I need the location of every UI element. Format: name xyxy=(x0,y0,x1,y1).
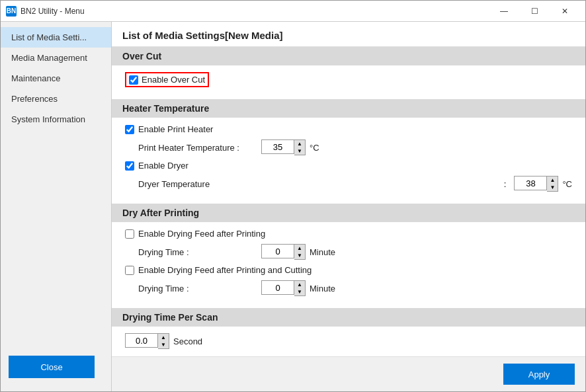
drying-time-per-scan-input[interactable] xyxy=(125,333,158,348)
drying-time-2-spinner-buttons: ▲ ▼ xyxy=(294,280,306,296)
drying-time-2-down[interactable]: ▼ xyxy=(294,288,305,295)
enable-drying-feed-label[interactable]: Enable Drying Feed after Printing xyxy=(138,229,265,239)
enable-drying-feed-cutting-label[interactable]: Enable Drying Feed after Printing and Cu… xyxy=(138,265,312,275)
enable-dryer-checkbox[interactable] xyxy=(125,161,134,171)
sidebar-label: Media Management xyxy=(11,53,87,63)
drying-time-1-row: Drying Time : ▲ ▼ Minute xyxy=(125,244,572,260)
dryer-temperature-up[interactable]: ▲ xyxy=(547,176,558,184)
dryer-temperature-input[interactable] xyxy=(514,176,547,190)
enable-print-heater-row: Enable Print Heater xyxy=(125,124,572,134)
drying-time-2-up[interactable]: ▲ xyxy=(294,281,305,288)
scrollable-content[interactable]: Over Cut Enable Over Cut Heater Temperat… xyxy=(112,47,585,356)
drying-time-per-scan-down[interactable]: ▼ xyxy=(158,341,169,348)
enable-over-cut-checkbox[interactable] xyxy=(129,75,138,85)
print-heater-temp-down[interactable]: ▼ xyxy=(294,147,305,155)
main-content: List of Media Setti... Media Management … xyxy=(1,22,585,391)
sidebar-item-maintenance[interactable]: Maintenance xyxy=(1,68,111,89)
enable-over-cut-label[interactable]: Enable Over Cut xyxy=(142,75,205,85)
dryer-temperature-label: Dryer Temperature xyxy=(138,179,257,189)
window-close-button[interactable]: ✕ xyxy=(550,1,580,22)
content-header: List of Media Settings[New Media] xyxy=(112,22,585,47)
enable-over-cut-outlined: Enable Over Cut xyxy=(125,72,209,87)
drying-time-per-scan-spinner: ▲ ▼ xyxy=(125,333,169,349)
print-heater-temp-spinner-buttons: ▲ ▼ xyxy=(294,139,306,155)
sidebar-item-media-management[interactable]: Media Management xyxy=(1,48,111,68)
drying-time-per-scan-row: ▲ ▼ Second xyxy=(125,333,572,349)
enable-drying-feed-cutting-checkbox[interactable] xyxy=(125,266,134,275)
sidebar-item-preferences[interactable]: Preferences xyxy=(1,89,111,109)
enable-drying-feed-row: Enable Drying Feed after Printing xyxy=(125,229,572,239)
enable-print-heater-checkbox[interactable] xyxy=(125,125,134,134)
drying-time-per-scan-up[interactable]: ▲ xyxy=(158,334,169,341)
drying-time-1-label: Drying Time : xyxy=(138,247,257,257)
drying-time-1-spinner-buttons: ▲ ▼ xyxy=(294,244,306,260)
minimize-button[interactable]: — xyxy=(489,1,519,22)
dryer-temperature-row: Dryer Temperature : ▲ ▼ °C xyxy=(125,176,572,192)
drying-time-per-scan-unit: Second xyxy=(173,336,202,346)
dryer-temperature-down[interactable]: ▼ xyxy=(547,184,558,191)
print-heater-temp-unit: °C xyxy=(310,143,319,153)
section-header-drying-time-per-scan: Drying Time Per Scan xyxy=(112,308,585,327)
title-bar-controls: — ☐ ✕ xyxy=(489,1,580,22)
sidebar-item-system-information[interactable]: System Information xyxy=(1,109,111,130)
drying-time-per-scan-spinner-buttons: ▲ ▼ xyxy=(158,333,169,349)
drying-time-1-unit: Minute xyxy=(310,247,335,257)
enable-drying-feed-cutting-row: Enable Drying Feed after Printing and Cu… xyxy=(125,265,572,275)
sidebar-item-list-of-media-settings[interactable]: List of Media Setti... xyxy=(1,27,111,48)
print-heater-temp-up[interactable]: ▲ xyxy=(294,140,305,147)
drying-time-1-input[interactable] xyxy=(261,244,294,258)
section-body-dry-after-printing: Enable Drying Feed after Printing Drying… xyxy=(112,222,585,308)
close-button[interactable]: Close xyxy=(9,356,95,378)
enable-drying-feed-checkbox[interactable] xyxy=(125,229,134,239)
app-icon: BN xyxy=(6,6,17,17)
enable-dryer-label[interactable]: Enable Dryer xyxy=(138,161,188,171)
sidebar: List of Media Setti... Media Management … xyxy=(1,22,112,391)
section-header-over-cut: Over Cut xyxy=(112,47,585,65)
content-area: List of Media Settings[New Media] Over C… xyxy=(112,22,585,391)
main-window: BN BN2 Utility - Menu — ☐ ✕ List of Medi… xyxy=(0,0,586,392)
print-heater-temp-label: Print Heater Temperature : xyxy=(138,143,257,153)
enable-dryer-row: Enable Dryer xyxy=(125,161,572,171)
sidebar-label: System Information xyxy=(11,114,85,124)
section-header-dry-after-printing: Dry After Printing xyxy=(112,204,585,222)
sidebar-label: Maintenance xyxy=(11,73,60,83)
drying-time-2-unit: Minute xyxy=(310,284,335,294)
enable-over-cut-row: Enable Over Cut xyxy=(125,72,572,87)
dryer-temperature-colon: : xyxy=(504,179,507,189)
print-heater-temp-input[interactable] xyxy=(261,139,294,154)
drying-time-2-spinner: ▲ ▼ xyxy=(261,280,306,296)
drying-time-1-spinner: ▲ ▼ xyxy=(261,244,306,260)
sidebar-label: Preferences xyxy=(11,94,58,104)
dryer-temperature-spinner: ▲ ▼ xyxy=(514,176,558,192)
apply-button[interactable]: Apply xyxy=(503,364,575,385)
content-footer: Apply xyxy=(112,356,585,391)
section-body-drying-time-per-scan: ▲ ▼ Second xyxy=(112,327,585,356)
drying-time-1-up[interactable]: ▲ xyxy=(294,245,305,252)
dryer-temperature-unit: °C xyxy=(562,179,572,189)
section-body-over-cut: Enable Over Cut xyxy=(112,65,585,99)
sidebar-footer: Close xyxy=(1,348,111,386)
title-bar: BN BN2 Utility - Menu — ☐ ✕ xyxy=(1,1,585,22)
enable-print-heater-label[interactable]: Enable Print Heater xyxy=(138,124,213,134)
drying-time-2-row: Drying Time : ▲ ▼ Minute xyxy=(125,280,572,296)
maximize-button[interactable]: ☐ xyxy=(519,1,550,22)
sidebar-label: List of Media Setti... xyxy=(11,32,87,42)
drying-time-1-down[interactable]: ▼ xyxy=(294,252,305,259)
drying-time-2-input[interactable] xyxy=(261,280,294,295)
section-body-heater-temperature: Enable Print Heater Print Heater Tempera… xyxy=(112,118,585,204)
app-icon-text: BN xyxy=(7,7,16,15)
print-heater-temp-spinner: ▲ ▼ xyxy=(261,139,306,155)
print-heater-temp-row: Print Heater Temperature : ▲ ▼ °C xyxy=(125,139,572,155)
title-bar-text: BN2 Utility - Menu xyxy=(21,7,489,16)
drying-time-2-label: Drying Time : xyxy=(138,284,257,294)
dryer-temperature-spinner-buttons: ▲ ▼ xyxy=(547,176,558,192)
section-header-heater-temperature: Heater Temperature xyxy=(112,99,585,118)
